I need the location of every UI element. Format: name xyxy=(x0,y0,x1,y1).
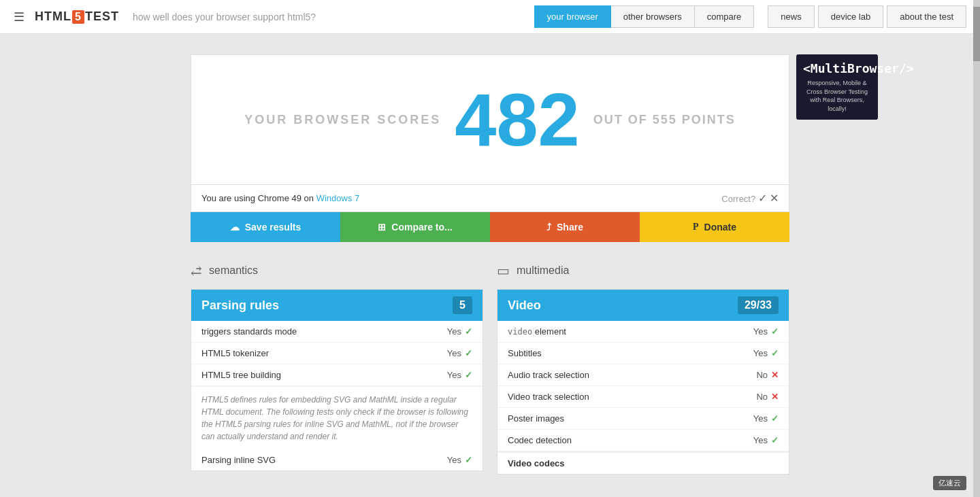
nav-news[interactable]: news xyxy=(768,5,814,28)
result-text: Yes xyxy=(753,348,768,358)
table-row: HTML5 tree building Yes ✓ xyxy=(191,364,483,386)
paypal-icon: P xyxy=(693,222,699,233)
table-row: Audio track selection No ✕ xyxy=(497,364,789,386)
x-icon: ✕ xyxy=(771,392,779,402)
multimedia-section: ▭ multimedia Video 29/33 video element Y… xyxy=(497,262,789,485)
logo-html: HTML xyxy=(35,10,71,24)
nav-device-lab[interactable]: device lab xyxy=(818,5,884,28)
feature-name: Subtitles xyxy=(508,348,738,358)
score-out-of: OUT OF 555 POINTS xyxy=(593,113,736,127)
parsing-rules-note: HTML5 defines rules for embedding SVG an… xyxy=(191,386,483,449)
check-icon: ✓ xyxy=(465,370,472,380)
feature-name: Poster images xyxy=(508,413,738,424)
parsing-rules-card: Parsing rules 5 triggers standards mode … xyxy=(191,289,483,471)
table-row: Parsing inline SVG Yes ✓ xyxy=(191,449,483,470)
table-row: triggers standards mode Yes ✓ xyxy=(191,321,483,343)
multimedia-title: ▭ multimedia xyxy=(497,262,789,279)
video-score: 29/33 xyxy=(738,296,779,314)
table-row: video element Yes ✓ xyxy=(497,321,789,343)
semantics-icon: ⥄ xyxy=(191,262,202,279)
check-icon: ✓ xyxy=(465,348,472,358)
share-icon: ⤴ xyxy=(546,222,551,233)
semantics-title: ⥄ semantics xyxy=(191,262,483,279)
correct-label: Correct? xyxy=(721,194,755,204)
parsing-rules-body: triggers standards mode Yes ✓ HTML5 toke… xyxy=(191,321,483,470)
score-card: YOUR BROWSER SCORES 482 OUT OF 555 POINT… xyxy=(191,54,789,185)
score-number: 482 xyxy=(455,82,580,157)
donate-button[interactable]: P Donate xyxy=(640,212,789,242)
browser-info-bar: You are using Chrome 49 on Windows 7 Cor… xyxy=(191,185,789,212)
compare-icon: ⊞ xyxy=(378,222,386,233)
feature-name: Video track selection xyxy=(508,392,738,402)
result-text: Yes xyxy=(447,348,461,358)
action-buttons: ☁ Save results ⊞ Compare to... ⤴ Share P… xyxy=(191,212,789,242)
feature-result: Yes ✓ xyxy=(738,348,779,358)
result-text: Yes xyxy=(753,413,768,424)
table-row: Video codecs xyxy=(497,451,789,474)
table-row: Video track selection No ✕ xyxy=(497,386,789,408)
video-header: Video 29/33 xyxy=(497,290,789,321)
table-row: Codec detection Yes ✓ xyxy=(497,430,789,451)
feature-result: Yes ✓ xyxy=(431,326,472,337)
parsing-rules-score: 5 xyxy=(453,296,472,314)
feature-result: Yes ✓ xyxy=(431,455,472,465)
check-icon: ✓ xyxy=(771,435,779,445)
check-icon: ✓ xyxy=(771,348,779,358)
correct-x-icon[interactable]: ✕ xyxy=(770,192,779,204)
feature-name: Audio track selection xyxy=(508,370,738,380)
table-row: HTML5 tokenizer Yes ✓ xyxy=(191,343,483,364)
nav-about-test[interactable]: about the test xyxy=(887,5,966,28)
scrollbar[interactable] xyxy=(973,0,980,497)
semantics-section: ⥄ semantics Parsing rules 5 triggers sta… xyxy=(191,262,483,485)
feature-result: Yes ✓ xyxy=(738,435,779,445)
feature-name: triggers standards mode xyxy=(201,326,431,337)
feature-name: HTML5 tokenizer xyxy=(201,348,431,358)
feature-name: Video codecs xyxy=(508,458,738,468)
advertisement[interactable]: <MultiBrowser/> Responsive, Mobile & Cro… xyxy=(796,54,878,120)
score-label: YOUR BROWSER SCORES xyxy=(244,113,441,127)
browser-info-text: You are using Chrome 49 on Windows 7 xyxy=(201,193,359,203)
result-text: Yes xyxy=(447,455,461,465)
result-text: Yes xyxy=(753,435,768,445)
video-body: video element Yes ✓ Subtitles Yes ✓ xyxy=(497,321,789,474)
save-results-button[interactable]: ☁ Save results xyxy=(191,212,340,242)
check-icon: ✓ xyxy=(465,455,472,465)
table-row: Poster images Yes ✓ xyxy=(497,408,789,430)
nav-your-browser[interactable]: your browser xyxy=(534,5,611,28)
feature-result: No ✕ xyxy=(738,392,779,402)
share-button[interactable]: ⤴ Share xyxy=(490,212,640,242)
result-text: Yes xyxy=(753,326,768,337)
check-icon: ✓ xyxy=(465,326,472,337)
nav-other-browsers[interactable]: other browsers xyxy=(611,5,695,28)
semantics-label: semantics xyxy=(209,264,258,277)
feature-result: Yes ✓ xyxy=(431,370,472,380)
result-text: Yes xyxy=(447,326,461,337)
nav-compare[interactable]: compare xyxy=(695,5,755,28)
header: ☰ HTML 5 TEST how well does your browser… xyxy=(0,0,980,34)
feature-result: Yes ✓ xyxy=(431,348,472,358)
correct-checkmark-icon[interactable]: ✓ xyxy=(758,192,767,204)
logo: HTML 5 TEST xyxy=(35,10,119,24)
main-content: YOUR BROWSER SCORES 482 OUT OF 555 POINT… xyxy=(177,54,803,485)
feature-name: Codec detection xyxy=(508,435,738,445)
x-icon: ✕ xyxy=(771,370,779,380)
feature-result: Yes ✓ xyxy=(738,326,779,337)
video-title: Video xyxy=(508,298,541,313)
feature-name: Parsing inline SVG xyxy=(201,455,431,465)
parsing-rules-title: Parsing rules xyxy=(201,298,279,313)
correct-area: Correct? ✓ ✕ xyxy=(721,192,779,205)
windows-link[interactable]: Windows 7 xyxy=(316,193,360,203)
save-icon: ☁ xyxy=(230,222,240,233)
scrollbar-thumb[interactable] xyxy=(973,7,980,61)
result-text: No xyxy=(756,392,768,402)
result-text: Yes xyxy=(447,370,461,380)
hamburger-menu-icon[interactable]: ☰ xyxy=(14,10,24,24)
tagline: how well does your browser support html5… xyxy=(133,12,316,22)
feature-result: Yes ✓ xyxy=(738,413,779,424)
compare-to-button[interactable]: ⊞ Compare to... xyxy=(340,212,490,242)
watermark: 亿速云 xyxy=(933,476,966,490)
check-icon: ✓ xyxy=(771,326,779,337)
feature-result: No ✕ xyxy=(738,370,779,380)
check-icon: ✓ xyxy=(771,413,779,424)
primary-nav: your browser other browsers compare xyxy=(534,5,755,28)
